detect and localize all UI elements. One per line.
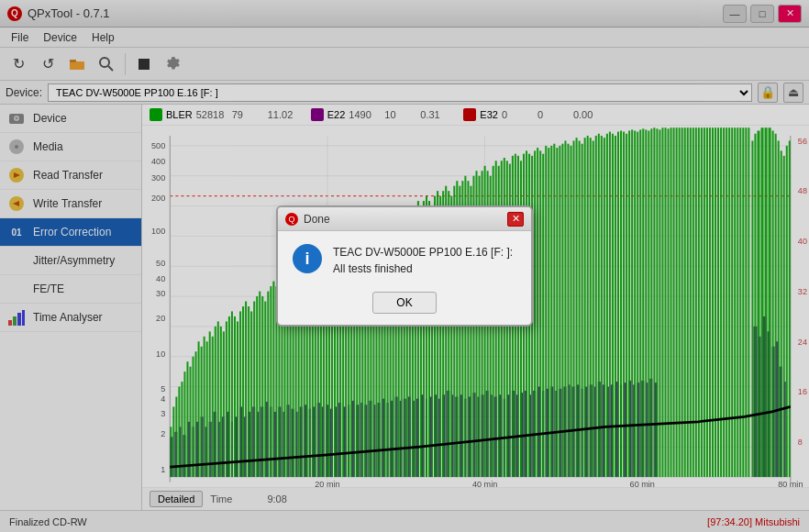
- modal-message: TEAC DV-W5000E PP100 E.16 [F: ]: All tes…: [333, 244, 513, 277]
- modal-title: Done: [304, 213, 330, 226]
- modal-overlay: Q Done ✕ i TEAC DV-W5000E PP100 E.16 [F:…: [0, 0, 809, 532]
- modal-message-line2: All tests finished: [333, 260, 513, 277]
- modal-title-bar: Q Done ✕: [278, 207, 531, 231]
- modal-dialog: Q Done ✕ i TEAC DV-W5000E PP100 E.16 [F:…: [276, 205, 533, 327]
- modal-message-line1: TEAC DV-W5000E PP100 E.16 [F: ]:: [333, 244, 513, 260]
- ok-button[interactable]: OK: [372, 292, 437, 314]
- modal-footer: OK: [278, 286, 531, 325]
- modal-info-icon: i: [293, 244, 322, 273]
- modal-body: i TEAC DV-W5000E PP100 E.16 [F: ]: All t…: [278, 231, 531, 286]
- modal-app-icon: Q: [285, 213, 298, 226]
- modal-close-button[interactable]: ✕: [507, 212, 524, 227]
